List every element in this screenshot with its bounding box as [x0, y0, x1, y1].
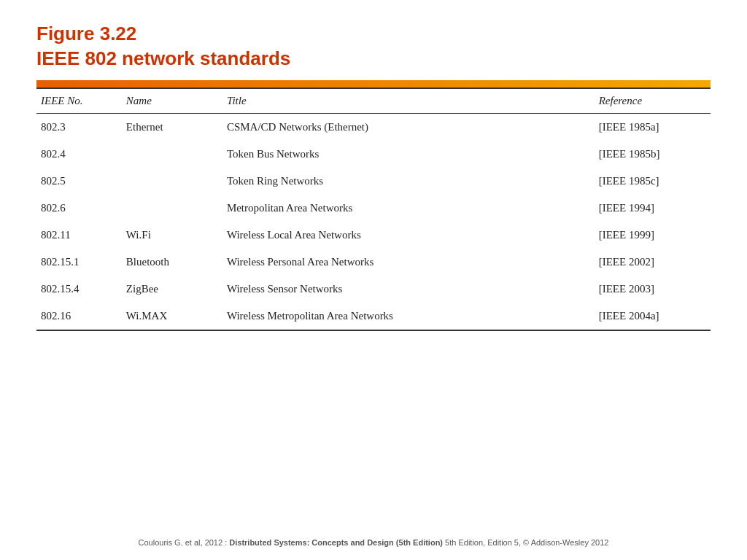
cell-reference: [IEEE 2004a] [595, 303, 711, 330]
orange-bar [36, 80, 711, 88]
table-row: 802.11Wi.FiWireless Local Area Networks[… [36, 222, 711, 249]
cell-reference: [IEEE 1985b] [595, 141, 711, 168]
footer-text: Coulouris G. et al, 2012 : Distributed S… [0, 538, 747, 547]
cell-reference: [IEEE 2003] [595, 276, 711, 303]
cell-ieee-no: 802.3 [36, 113, 122, 141]
figure-title-line1: Figure 3.22 [36, 22, 711, 47]
cell-name [122, 168, 222, 195]
table-row: 802.15.1BluetoothWireless Personal Area … [36, 249, 711, 276]
cell-ieee-no: 802.4 [36, 141, 122, 168]
cell-name: Ethernet [122, 113, 222, 141]
table-row: 802.3EthernetCSMA/CD Networks (Ethernet)… [36, 113, 711, 141]
cell-title: Wireless Local Area Networks [222, 222, 595, 249]
cell-name [122, 141, 222, 168]
cell-ieee-no: 802.16 [36, 303, 122, 330]
page-container: Figure 3.22 IEEE 802 network standards I… [0, 0, 747, 560]
cell-ieee-no: 802.15.4 [36, 276, 122, 303]
figure-title: Figure 3.22 IEEE 802 network standards [36, 22, 711, 71]
cell-name: ZigBee [122, 276, 222, 303]
cell-ieee-no: 802.5 [36, 168, 122, 195]
cell-reference: [IEEE 1994] [595, 195, 711, 222]
table-row: 802.6Metropolitan Area Networks[IEEE 199… [36, 195, 711, 222]
footer-prefix: Coulouris G. et al, 2012 : [139, 538, 230, 547]
cell-title: Wireless Sensor Networks [222, 276, 595, 303]
cell-name: Wi.MAX [122, 303, 222, 330]
cell-ieee-no: 802.15.1 [36, 249, 122, 276]
cell-reference: [IEEE 1985a] [595, 113, 711, 141]
footer-suffix: 5th Edition, Edition 5, © Addison-Wesley… [443, 538, 608, 547]
table-header-row: IEEE No. Name Title Reference [36, 88, 711, 114]
table-row: 802.16Wi.MAXWireless Metropolitan Area N… [36, 303, 711, 330]
cell-title: Metropolitan Area Networks [222, 195, 595, 222]
header-ieee-no: IEEE No. [36, 88, 122, 114]
cell-name: Wi.Fi [122, 222, 222, 249]
figure-title-line2: IEEE 802 network standards [36, 47, 711, 71]
cell-title: CSMA/CD Networks (Ethernet) [222, 113, 595, 141]
cell-ieee-no: 802.6 [36, 195, 122, 222]
table-row: 802.4Token Bus Networks[IEEE 1985b] [36, 141, 711, 168]
table-row: 802.15.4ZigBeeWireless Sensor Networks[I… [36, 276, 711, 303]
table-wrapper: IEEE No. Name Title Reference 802.3Ether… [36, 88, 711, 331]
cell-title: Wireless Personal Area Networks [222, 249, 595, 276]
cell-title: Wireless Metropolitan Area Networks [222, 303, 595, 330]
cell-reference: [IEEE 1985c] [595, 168, 711, 195]
cell-reference: [IEEE 1999] [595, 222, 711, 249]
header-reference: Reference [595, 88, 711, 114]
table-row: 802.5Token Ring Networks[IEEE 1985c] [36, 168, 711, 195]
cell-title: Token Ring Networks [222, 168, 595, 195]
footer-bold: Distributed Systems: Concepts and Design… [229, 538, 443, 547]
cell-name: Bluetooth [122, 249, 222, 276]
standards-table: IEEE No. Name Title Reference 802.3Ether… [36, 88, 711, 331]
cell-name [122, 195, 222, 222]
header-name: Name [122, 88, 222, 114]
header-title: Title [222, 88, 595, 114]
cell-reference: [IEEE 2002] [595, 249, 711, 276]
cell-ieee-no: 802.11 [36, 222, 122, 249]
cell-title: Token Bus Networks [222, 141, 595, 168]
